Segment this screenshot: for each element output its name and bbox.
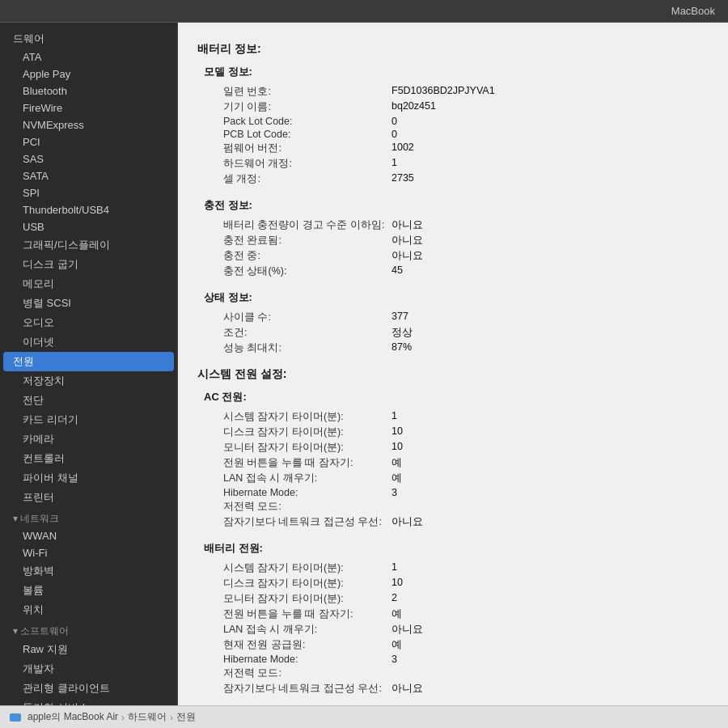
table-row: 잠자기보다 네트워크 접근성 우선: 아니요 bbox=[197, 681, 709, 696]
sidebar-item-sata[interactable]: SATA bbox=[0, 167, 177, 184]
sidebar-item-memory[interactable]: 메모리 bbox=[0, 274, 177, 294]
value-condition: 정상 bbox=[392, 326, 413, 340]
sidebar-item-hardware[interactable]: 드웨어 bbox=[0, 29, 177, 49]
label-bat-disk-sleep: 디스크 잠자기 타이머(분): bbox=[197, 577, 392, 590]
breadcrumb-icon bbox=[10, 713, 21, 722]
value-ac-monitor-sleep: 10 bbox=[392, 441, 403, 455]
label-ac-disk-sleep: 디스크 잠자기 타이머(분): bbox=[197, 425, 392, 439]
sidebar-item-fiber[interactable]: 파이버 채널 bbox=[0, 468, 177, 488]
table-row: 배터리 충전량이 경고 수준 이하임: 아니요 bbox=[197, 218, 709, 233]
table-row: 기기 이름: bq20z451 bbox=[197, 99, 709, 115]
table-row: Pack Lot Code: 0 bbox=[197, 115, 709, 128]
label-ac-lan-wake: LAN 접속 시 깨우기: bbox=[197, 472, 392, 485]
sidebar-item-dev[interactable]: 개발자 bbox=[0, 659, 177, 679]
table-row: Hibernate Mode: 3 bbox=[197, 486, 709, 499]
table-row: 모니터 잠자기 타이머(분): 2 bbox=[197, 591, 709, 607]
breadcrumb-sep1: › bbox=[121, 712, 125, 723]
label-bat-power-btn-sleep: 전원 버튼을 누를 때 잠자기: bbox=[197, 607, 392, 621]
label-charge-pct: 충전 상태(%): bbox=[197, 265, 392, 278]
sidebar-item-firewire[interactable]: FireWire bbox=[0, 99, 177, 116]
sidebar-item-ata[interactable]: ATA bbox=[0, 49, 177, 66]
sidebar: 드웨어 ATA Apple Pay Bluetooth FireWire NVM… bbox=[0, 23, 178, 705]
breadcrumb-part1: apple의 MacBook Air bbox=[28, 710, 118, 724]
value-hw-rev: 1 bbox=[392, 157, 397, 171]
label-ac-lowpower: 저전력 모드: bbox=[197, 500, 392, 514]
sidebar-item-raw[interactable]: Raw 지원 bbox=[0, 640, 177, 659]
label-cell-rev: 셀 개정: bbox=[197, 172, 392, 186]
status-info-group: 상태 정보: 사이클 수: 377 조건: 정상 성능 최대치: 87% bbox=[197, 290, 709, 356]
value-bat-current-source: 예 bbox=[392, 638, 402, 652]
table-row: 셀 개정: 2735 bbox=[197, 171, 709, 187]
breadcrumb-bar: apple의 MacBook Air › 하드웨어 › 전원 bbox=[0, 705, 728, 728]
breadcrumb-sep2: › bbox=[170, 712, 173, 723]
value-cycle: 377 bbox=[392, 311, 408, 324]
sidebar-item-wifi[interactable]: Wi-Fi bbox=[0, 544, 177, 561]
sidebar-item-wwan[interactable]: WWAN bbox=[0, 527, 177, 544]
page-title: 배터리 정보: bbox=[197, 42, 709, 57]
sidebar-item-audio[interactable]: 오디오 bbox=[0, 313, 177, 332]
table-row: LAN 접속 시 깨우기: 예 bbox=[197, 471, 709, 486]
sidebar-group-software[interactable]: ▾ 소프트웨어 bbox=[0, 620, 177, 640]
sidebar-item-managed-client[interactable]: 관리형 클라이언트 bbox=[0, 679, 177, 698]
label-bat-sys-sleep: 시스템 잠자기 타이머(분): bbox=[197, 561, 392, 575]
label-ac-sys-sleep: 시스템 잠자기 타이머(분): bbox=[197, 410, 392, 424]
sidebar-group-network[interactable]: ▾ 네트워크 bbox=[0, 507, 177, 527]
sidebar-item-power[interactable]: 전원 bbox=[3, 352, 174, 371]
sidebar-item-spi[interactable]: SPI bbox=[0, 184, 177, 201]
sidebar-item-scsi[interactable]: 병렬 SCSI bbox=[0, 294, 177, 313]
sidebar-item-disc-burn[interactable]: 디스크 굽기 bbox=[0, 255, 177, 274]
value-max-perf: 87% bbox=[392, 341, 412, 355]
value-bat-monitor-sleep: 2 bbox=[392, 592, 397, 606]
sidebar-item-camera[interactable]: 카메라 bbox=[0, 430, 177, 449]
sidebar-item-volume[interactable]: 볼륨 bbox=[0, 581, 177, 600]
label-bat-network-priority: 잠자기보다 네트워크 접근성 우선: bbox=[197, 682, 392, 696]
sidebar-item-graphics[interactable]: 그래픽/디스플레이 bbox=[0, 235, 177, 255]
sidebar-item-thunderbolt[interactable]: Thunderbolt/USB4 bbox=[0, 201, 177, 218]
table-row: 일련 번호: F5D1036BD2JPJYVA1 bbox=[197, 84, 709, 99]
value-ac-hibernate: 3 bbox=[392, 487, 397, 498]
table-row: 디스크 잠자기 타이머(분): 10 bbox=[197, 576, 709, 591]
label-bat-hibernate: Hibernate Mode: bbox=[197, 654, 392, 665]
table-row: 충전 완료됨: 아니요 bbox=[197, 233, 709, 248]
table-row: 전원 버튼을 누를 때 잠자기: 예 bbox=[197, 607, 709, 622]
table-row: Hibernate Mode: 3 bbox=[197, 653, 709, 666]
value-bat-network-priority: 아니요 bbox=[392, 682, 423, 696]
table-row: 펌웨어 버전: 1002 bbox=[197, 141, 709, 156]
breadcrumb-part2: 하드웨어 bbox=[128, 710, 167, 724]
sidebar-item-sas[interactable]: SAS bbox=[0, 150, 177, 167]
sidebar-item-bluetooth[interactable]: Bluetooth bbox=[0, 83, 177, 99]
label-bat-monitor-sleep: 모니터 잠자기 타이머(분): bbox=[197, 592, 392, 606]
main-container: 드웨어 ATA Apple Pay Bluetooth FireWire NVM… bbox=[0, 23, 728, 705]
titlebar-title: MacBook bbox=[671, 5, 715, 17]
sidebar-item-location[interactable]: 위치 bbox=[0, 600, 177, 620]
sidebar-item-pci[interactable]: PCI bbox=[0, 133, 177, 150]
sidebar-item-sync[interactable]: 동기화 서비스 bbox=[0, 698, 177, 705]
label-max-perf: 성능 최대치: bbox=[197, 341, 392, 355]
label-firmware: 펌웨어 버전: bbox=[197, 142, 392, 155]
sidebar-item-printer[interactable]: 프린터 bbox=[0, 488, 177, 507]
sidebar-item-applepay[interactable]: Apple Pay bbox=[0, 66, 177, 83]
value-ac-sys-sleep: 1 bbox=[392, 410, 397, 424]
value-pcb-lot: 0 bbox=[392, 129, 397, 140]
sidebar-item-controller[interactable]: 컨트롤러 bbox=[0, 449, 177, 468]
sidebar-item-firewall[interactable]: 방화벽 bbox=[0, 561, 177, 581]
value-firmware: 1002 bbox=[392, 142, 414, 155]
sidebar-item-card-reader[interactable]: 카드 리더기 bbox=[0, 410, 177, 430]
battery-section-title: 배터리 전원: bbox=[204, 541, 709, 556]
charge-section-title: 충전 정보: bbox=[204, 198, 709, 213]
table-row: 시스템 잠자기 타이머(분): 1 bbox=[197, 409, 709, 425]
value-bat-sys-sleep: 1 bbox=[392, 561, 397, 575]
label-bat-lowpower: 저전력 모드: bbox=[197, 667, 392, 680]
sidebar-item-storage[interactable]: 저장장치 bbox=[0, 371, 177, 391]
table-row: 충전 중: 아니요 bbox=[197, 248, 709, 264]
value-ac-disk-sleep: 10 bbox=[392, 425, 403, 439]
sidebar-item-ethernet[interactable]: 이더넷 bbox=[0, 332, 177, 352]
sidebar-item-nvmexpress[interactable]: NVMExpress bbox=[0, 116, 177, 133]
sidebar-item-jeondan[interactable]: 전단 bbox=[0, 391, 177, 410]
label-ac-network-priority: 잠자기보다 네트워크 접근성 우선: bbox=[197, 515, 392, 529]
sidebar-item-usb[interactable]: USB bbox=[0, 218, 177, 235]
label-cycle: 사이클 수: bbox=[197, 311, 392, 324]
battery-power-group: 배터리 전원: 시스템 잠자기 타이머(분): 1 디스크 잠자기 타이머(분)… bbox=[197, 541, 709, 696]
breadcrumb-part3: 전원 bbox=[176, 710, 196, 724]
value-bat-lan-wake: 아니요 bbox=[392, 623, 423, 637]
